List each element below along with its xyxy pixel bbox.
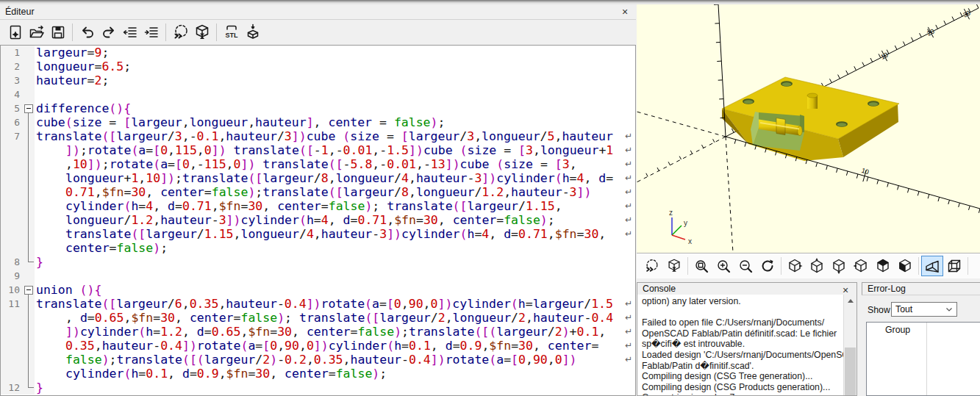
orthogonal-button[interactable]: [943, 256, 965, 276]
code-row[interactable]: cylinder(h=4, d=0.71,$fn=30, center=fals…: [1, 199, 635, 213]
code-row[interactable]: translate([largeur/1.15,longueur/4,haute…: [1, 227, 635, 241]
code-row[interactable]: 12}: [1, 381, 635, 395]
code-row[interactable]: 9: [1, 269, 635, 283]
view-front-button[interactable]: [894, 256, 916, 276]
line-number: 11: [1, 297, 23, 311]
code-row[interactable]: 7translate([largeur/3,-0.1,hauteur/3])cu…: [1, 129, 635, 143]
open-file-button[interactable]: [26, 22, 47, 43]
indent-button[interactable]: [140, 22, 162, 43]
unindent-icon: [122, 24, 138, 40]
render-button[interactable]: [663, 256, 685, 276]
line-number: 3: [1, 73, 23, 87]
code-text: [35, 87, 36, 101]
toolbar-separator: [918, 257, 919, 275]
editor-title: Éditeur: [5, 7, 35, 17]
unindent-button[interactable]: [119, 22, 140, 43]
code-row[interactable]: 0.35,hauteur-0.4])rotate(a=[0,90,0])cyli…: [1, 339, 635, 353]
code-text: [35, 269, 36, 283]
preview-button[interactable]: [641, 256, 663, 276]
code-row[interactable]: 11translate([largeur/6,0.35,hauteur-0.4]…: [1, 297, 635, 311]
fold-toggle[interactable]: [23, 283, 35, 297]
fold-margin: [23, 213, 35, 227]
redo-icon: [101, 24, 117, 40]
code-row[interactable]: longueur+1,10]);translate([largeur/8,lon…: [1, 171, 635, 185]
code-row[interactable]: ]);rotate(a=[0,115,0]) translate([-1,-0.…: [1, 143, 635, 157]
line-number: 5: [1, 101, 23, 115]
preview-button[interactable]: [170, 22, 191, 43]
code-text: ])cylinder(h=1.2, d=0.65,$fn=30, center=…: [35, 325, 606, 339]
save-icon: [50, 24, 66, 40]
new-file-button[interactable]: [4, 22, 26, 43]
code-row[interactable]: 6cube(size = [largeur,longueur,hauteur],…: [1, 115, 635, 129]
render-icon: [666, 258, 682, 274]
fold-margin: [23, 297, 35, 311]
line-number: 10: [1, 283, 23, 297]
view-left-button[interactable]: [850, 256, 872, 276]
code-row[interactable]: longueur/1.2,hauteur-3])cylinder(h=4, d=…: [1, 213, 635, 227]
code-row[interactable]: 1largeur=9;: [1, 46, 635, 60]
view-right-icon: [787, 258, 803, 274]
line-number: 7: [1, 129, 23, 143]
fold-minus-icon[interactable]: [24, 104, 33, 113]
axis-indicator: z y x: [669, 209, 692, 245]
reset-view-button[interactable]: [757, 256, 779, 276]
code-editor[interactable]: 1largeur=9;2longueur=6.5;3hauteur=2;45di…: [0, 45, 636, 396]
code-row[interactable]: 8}: [1, 255, 635, 269]
scrollbar-thumb[interactable]: [845, 348, 856, 396]
undo-icon: [79, 24, 96, 40]
code-row[interactable]: 5difference(){: [1, 101, 635, 115]
line-number: [1, 185, 23, 199]
fold-minus-icon[interactable]: [24, 286, 33, 295]
save-button[interactable]: [47, 22, 68, 43]
code-row[interactable]: 2longueur=6.5;: [1, 60, 635, 73]
code-row[interactable]: 10union (){: [1, 283, 635, 297]
view-left-icon: [853, 258, 869, 274]
editor-toolbar: STL: [0, 20, 636, 45]
error-log-table[interactable]: Group: [866, 322, 980, 396]
undo-button[interactable]: [76, 22, 98, 43]
export-stl-button[interactable]: STL: [221, 22, 242, 43]
view-right-button[interactable]: [784, 256, 806, 276]
preview-icon: [644, 258, 660, 274]
view-bottom-button[interactable]: [828, 256, 850, 276]
code-row[interactable]: 4: [1, 87, 635, 101]
render-button[interactable]: [191, 22, 212, 43]
code-row[interactable]: 0.71,$fn=30, center=false);translate([la…: [1, 185, 635, 199]
code-row[interactable]: cylinder(h=0.1, d=0.9,$fn=30, center=fal…: [1, 367, 635, 381]
code-row[interactable]: ])cylinder(h=1.2, d=0.65,$fn=30, center=…: [1, 325, 635, 339]
code-text: }: [35, 255, 43, 269]
code-text: longueur/1.2,hauteur-3])cylinder(h=4, d=…: [35, 213, 555, 227]
console-scrollbar[interactable]: [843, 295, 856, 395]
line-number: [1, 311, 23, 325]
zoom-in-button[interactable]: [712, 256, 734, 276]
axis-label-y: y: [684, 219, 687, 227]
console-line: sp�cifi� est introuvable.: [642, 339, 844, 350]
line-wrap-icon: ↵: [625, 187, 632, 198]
fold-margin: [23, 129, 35, 143]
y-axis-tick-label: 20: [926, 27, 935, 37]
view-top-button[interactable]: [806, 256, 828, 276]
fold-toggle[interactable]: [23, 101, 35, 115]
reset-view-icon: [759, 258, 776, 274]
console-close-button[interactable]: ×: [840, 283, 851, 295]
code-row[interactable]: center=false);: [1, 241, 635, 255]
fold-margin: [23, 171, 35, 185]
code-row[interactable]: 3hauteur=2;: [1, 73, 635, 87]
scroll-up-icon[interactable]: [844, 295, 856, 306]
3d-viewport[interactable]: 10 20 30: [637, 4, 980, 253]
zoom-all-button[interactable]: [690, 256, 712, 276]
orthogonal-icon: [946, 258, 962, 274]
line-number: [1, 143, 23, 157]
print-button[interactable]: [242, 22, 263, 43]
redo-button[interactable]: [98, 22, 119, 43]
code-row[interactable]: false);translate([(largeur/2)-0.2,0.35,h…: [1, 353, 635, 367]
zoom-out-button[interactable]: [734, 256, 757, 276]
code-text: translate([largeur/6,0.35,hauteur-0.4])r…: [35, 297, 613, 311]
editor-close-button[interactable]: ×: [619, 4, 631, 19]
perspective-button[interactable]: [921, 256, 943, 276]
view-back-button[interactable]: [872, 256, 894, 276]
perspective-icon: [924, 258, 940, 274]
error-filter-dropdown[interactable]: Tout: [891, 302, 957, 317]
code-row[interactable]: , d=0.65,$fn=30, center=false); translat…: [1, 311, 635, 325]
code-row[interactable]: ,10]);rotate(a=[0,-115,0]) translate([-5…: [1, 157, 635, 171]
